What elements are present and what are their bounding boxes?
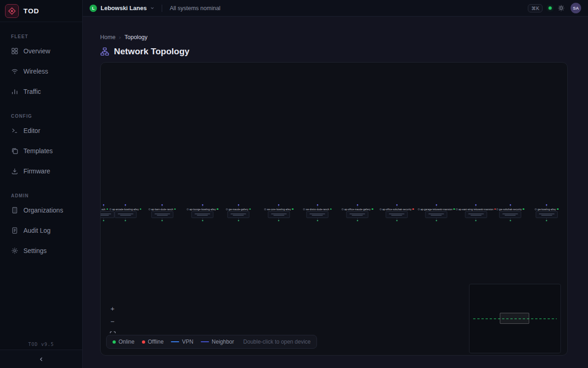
topology-node[interactable]: ap-office-sobchak-security	[380, 204, 414, 221]
topology-icon	[100, 47, 109, 56]
node-card	[346, 211, 368, 218]
node-label: och	[102, 208, 106, 211]
node-card	[227, 211, 249, 218]
client-dot-icon	[475, 220, 477, 221]
topology-node[interactable]: ap-east-wing-lebowski-mansion	[456, 204, 496, 221]
theme-toggle-button[interactable]	[558, 5, 565, 12]
top-header: L Lebowski Lanes All systems nominal ⌘K …	[83, 0, 588, 17]
neighbor-line-icon	[201, 341, 209, 343]
sidebar-item-templates[interactable]: Templates	[0, 141, 82, 161]
system-status-text: All systems nominal	[170, 5, 220, 12]
terminal-icon	[11, 127, 18, 134]
user-avatar[interactable]: SA	[571, 3, 581, 13]
sidebar-item-settings[interactable]: Settings	[0, 241, 82, 261]
sidebar-item-overview[interactable]: Overview	[0, 41, 82, 61]
node-label: ap-arcade-bowling-alley	[112, 208, 139, 211]
sidebar-item-wireless[interactable]: Wireless	[0, 61, 82, 81]
device-icon	[342, 208, 344, 210]
client-dot-icon	[317, 220, 318, 221]
chevron-down-icon	[150, 6, 154, 10]
topology-canvas[interactable]: ochap-arcade-bowling-alleyap-barn-dude-r…	[100, 62, 568, 356]
app-title: TOD	[23, 7, 39, 15]
topology-node[interactable]: ap-garage-lebowski-mansion	[418, 204, 455, 221]
device-icon	[418, 208, 420, 210]
node-status-dot	[217, 208, 219, 210]
zoom-out-button[interactable]: −	[108, 316, 117, 326]
node-status-dot	[523, 208, 525, 210]
node-link-line	[202, 218, 203, 220]
document-icon	[11, 227, 18, 234]
topology-node[interactable]: ap-arcade-bowling-alley	[109, 204, 141, 221]
node-card	[386, 211, 408, 218]
sidebar-item-label: Editor	[23, 127, 40, 134]
topology-node[interactable]: sw-distro-dude-ranch	[303, 204, 332, 221]
node-card	[306, 211, 328, 218]
tod-logo-icon	[5, 4, 19, 18]
device-icon	[456, 208, 458, 210]
node-link-line	[317, 218, 318, 220]
health-dot	[548, 6, 552, 10]
sidebar-collapse-button[interactable]	[0, 350, 82, 368]
node-link-line	[436, 218, 437, 220]
app-version: TOD v9.5	[0, 342, 82, 347]
topology-node[interactable]: gw-sobchak-security	[497, 204, 525, 221]
wifi-icon	[11, 68, 18, 75]
section-label-fleet: FLEET	[0, 34, 82, 39]
breadcrumb-chevron-icon: ›	[119, 34, 121, 40]
node-status-dot	[107, 208, 108, 210]
org-name: Lebowski Lanes	[101, 5, 147, 12]
legend-neighbor: Neighbor	[201, 339, 234, 345]
sidebar-item-label: Templates	[23, 147, 53, 155]
node-link-line	[238, 218, 238, 220]
topology-node[interactable]: sw-core-bowling-alley	[264, 204, 294, 221]
legend: Online Offline VPN Neighbor Double-click…	[106, 335, 317, 349]
node-link-line	[357, 218, 357, 220]
client-dot-icon	[396, 220, 398, 221]
topology-node[interactable]: ap-office-maude-gallery	[342, 204, 373, 221]
node-card	[192, 211, 214, 218]
sidebar-item-label: Audit Log	[23, 227, 51, 234]
node-status-dot	[453, 208, 455, 210]
node-label: ap-east-wing-lebowski-mansion	[458, 208, 493, 211]
client-dot-icon	[125, 220, 126, 221]
legend-hint: Double-click to open device	[243, 339, 311, 345]
node-link-line	[125, 218, 126, 220]
org-avatar: L	[90, 5, 97, 12]
node-link-line	[103, 218, 104, 220]
minimap-viewport[interactable]	[500, 313, 529, 324]
online-dot-icon	[113, 340, 116, 344]
device-icon	[497, 208, 498, 210]
breadcrumb: Home › Topology	[100, 34, 568, 40]
topology-node[interactable]: ap-lounge-bowling-alley	[187, 204, 219, 221]
breadcrumb-home[interactable]: Home	[100, 34, 115, 40]
node-label: gw-sobchak-security	[499, 208, 522, 211]
bar-chart-icon	[11, 88, 18, 95]
node-card	[151, 211, 173, 218]
topology-node[interactable]: gw-maude-gallery	[226, 204, 251, 221]
node-status-dot	[140, 208, 141, 210]
minimap[interactable]	[469, 284, 561, 353]
sidebar-item-audit-log[interactable]: Audit Log	[0, 220, 82, 241]
sidebar-item-organizations[interactable]: Organizations	[0, 200, 82, 220]
org-selector[interactable]: L Lebowski Lanes	[90, 5, 154, 12]
sidebar-item-firmware[interactable]: Firmware	[0, 161, 82, 181]
node-status-dot	[494, 208, 496, 210]
topology-node[interactable]: ap-barn-dude-ranch	[148, 204, 175, 221]
command-palette-shortcut[interactable]: ⌘K	[528, 4, 543, 12]
sidebar-item-editor[interactable]: Editor	[0, 121, 82, 141]
legend-online: Online	[113, 339, 135, 345]
node-link-line	[476, 218, 476, 220]
client-dot-icon	[356, 220, 358, 221]
node-label: ap-garage-lebowski-mansion	[421, 208, 452, 211]
sidebar-item-traffic[interactable]: Traffic	[0, 81, 82, 102]
sidebar-item-label: Traffic	[23, 88, 41, 95]
node-card	[268, 211, 290, 218]
node-card	[425, 211, 447, 218]
node-label: ap-barn-dude-ranch	[151, 208, 173, 211]
node-label: ap-office-maude-gallery	[345, 208, 371, 211]
topology-node[interactable]: gw-bowling-alley	[535, 204, 559, 221]
zoom-in-button[interactable]: +	[108, 304, 117, 313]
section-label-admin: ADMIN	[0, 193, 82, 198]
sun-icon	[558, 5, 565, 12]
node-label: sw-core-bowling-alley	[267, 208, 291, 211]
